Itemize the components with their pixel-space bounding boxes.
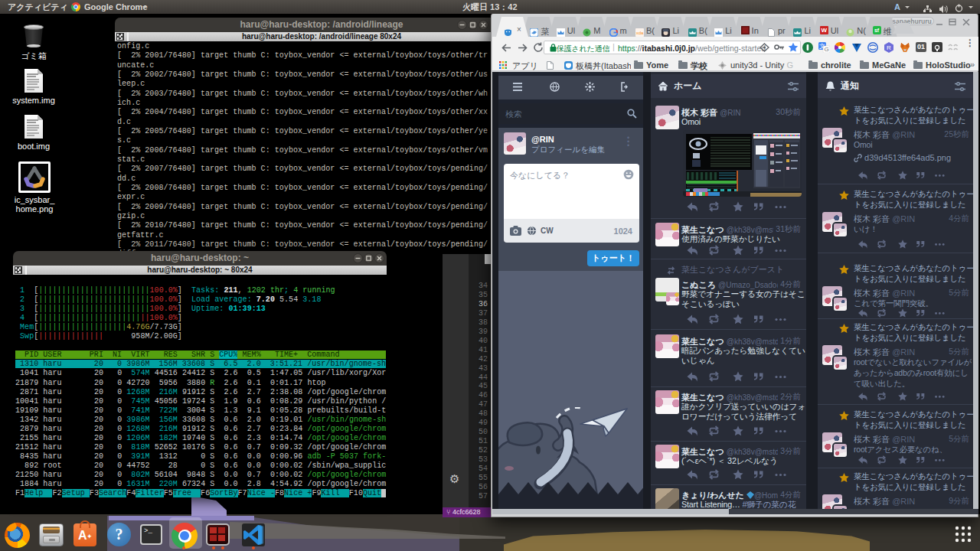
svg-text:xda: xda xyxy=(636,31,644,35)
svg-text:G: G xyxy=(824,46,828,53)
svg-text:R: R xyxy=(887,44,891,51)
